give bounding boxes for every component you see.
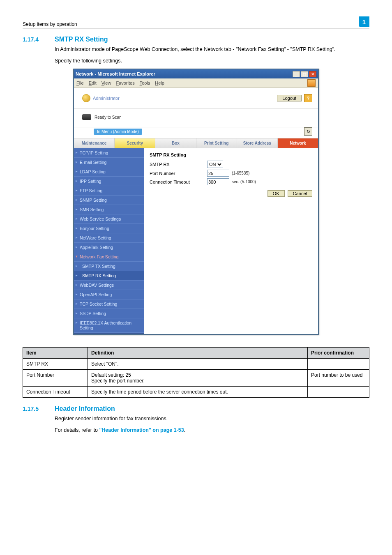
- window-titlebar: Network - Microsoft Internet Explorer _ …: [74, 69, 318, 78]
- section-paragraph: For details, refer to "Header Informatio…: [55, 426, 369, 434]
- sidebar-item[interactable]: SNMP Setting: [74, 196, 144, 205]
- tab-strip: Maintenance Security Box Print Setting S…: [74, 138, 318, 148]
- sidebar-item[interactable]: E-mail Setting: [74, 158, 144, 167]
- section-title: Header Information: [55, 405, 115, 412]
- table-row: Port Number Default setting: 25 Specify …: [23, 370, 369, 387]
- logout-button[interactable]: Logout: [277, 95, 302, 101]
- menu-item[interactable]: Favorites: [116, 81, 134, 85]
- table-cell: Port Number: [23, 370, 88, 387]
- table-cell: [308, 359, 369, 370]
- table-cell: Specify the time period before the serve…: [88, 387, 308, 398]
- port-input[interactable]: [207, 170, 229, 177]
- sidebar-item[interactable]: SSDP Setting: [74, 309, 144, 318]
- refresh-icon[interactable]: ↻: [304, 127, 312, 136]
- sidebar-item[interactable]: OpenAPI Setting: [74, 290, 144, 299]
- mode-banner: In Menu (Admin Mode): [94, 129, 142, 135]
- sidebar-item[interactable]: Web Service Settings: [74, 214, 144, 224]
- chapter-badge: 1: [359, 16, 369, 27]
- cancel-button[interactable]: Cancel: [288, 190, 312, 197]
- table-cell: SMTP RX: [23, 359, 88, 370]
- menu-item[interactable]: Help: [155, 81, 164, 85]
- minimize-icon[interactable]: _: [293, 71, 300, 77]
- table-row: SMTP RX Select "ON".: [23, 359, 369, 370]
- smtprx-select[interactable]: ON: [207, 161, 223, 168]
- sidebar-item[interactable]: TCP/IP Setting: [74, 148, 144, 158]
- tab-store-address[interactable]: Store Address: [237, 138, 278, 148]
- sidebar-item[interactable]: Bonjour Setting: [74, 224, 144, 233]
- menu-bar: File Edit View Favorites Tools Help: [74, 78, 318, 88]
- menu-item[interactable]: File: [76, 81, 84, 85]
- section-paragraph: In Administrator mode of PageScope Web C…: [55, 46, 369, 53]
- section-heading: 1.17.5 Header Information: [23, 405, 369, 412]
- sidebar-item[interactable]: WebDAV Settings: [74, 281, 144, 290]
- sidebar-item[interactable]: LDAP Setting: [74, 167, 144, 177]
- embedded-screenshot: Network - Microsoft Internet Explorer _ …: [73, 69, 319, 335]
- timeout-input[interactable]: [207, 178, 229, 185]
- section-number: 1.17.4: [23, 36, 47, 43]
- page-header: Setup items by operation 1: [23, 16, 369, 28]
- form-label: SMTP RX: [150, 162, 207, 167]
- admin-icon: [82, 94, 90, 102]
- form-label: Connection Timeout: [150, 180, 207, 184]
- cross-reference-link[interactable]: "Header Information" on page 1-53: [99, 427, 184, 433]
- sidebar-item[interactable]: NetWare Setting: [74, 233, 144, 243]
- sidebar-item[interactable]: IPP Setting: [74, 177, 144, 186]
- table-cell: Port number to be used: [308, 370, 369, 387]
- sidebar-item[interactable]: TCP Socket Setting: [74, 299, 144, 309]
- sidebar-subitem[interactable]: SMTP TX Setting: [74, 262, 144, 271]
- table-cell: [308, 387, 369, 398]
- form-label: Port Number: [150, 171, 207, 176]
- section-heading: 1.17.4 SMTP RX Setting: [23, 36, 369, 43]
- admin-label: Administrator: [93, 96, 120, 101]
- ie-logo-icon: [307, 79, 316, 87]
- form-hint: sec. (5-1000): [232, 180, 256, 184]
- menu-item[interactable]: Edit: [89, 81, 97, 85]
- table-header: Item: [23, 348, 88, 359]
- table-header: Definition: [88, 348, 308, 359]
- maximize-icon[interactable]: □: [301, 71, 308, 77]
- definition-table: Item Definition Prior confirmation SMTP …: [23, 347, 369, 398]
- menu-item[interactable]: View: [101, 81, 111, 85]
- section-paragraph: Register sender information for fax tran…: [55, 415, 369, 422]
- sidebar-item[interactable]: AppleTalk Setting: [74, 243, 144, 252]
- section-paragraph: Specify the following settings.: [55, 57, 369, 64]
- tab-network[interactable]: Network: [278, 138, 318, 148]
- table-row: Connection Timeout Specify the time peri…: [23, 387, 369, 398]
- sidebar-item[interactable]: Network Fax Setting: [74, 252, 144, 262]
- table-cell: Connection Timeout: [23, 387, 88, 398]
- section-title: SMTP RX Setting: [55, 36, 108, 43]
- form-hint: (1-65535): [232, 171, 249, 175]
- ok-button[interactable]: OK: [267, 190, 285, 197]
- text-span: .: [184, 427, 185, 433]
- sidebar-item[interactable]: IEEE802.1X Authentication Setting: [74, 318, 144, 333]
- table-header: Prior confirmation: [308, 348, 369, 359]
- section-number: 1.17.5: [23, 405, 47, 412]
- scanner-icon: [82, 114, 91, 120]
- text-span: For details, refer to: [55, 427, 99, 433]
- pane-title: SMTP RX Setting: [150, 152, 312, 157]
- sidebar-subitem[interactable]: SMTP RX Setting: [74, 271, 144, 281]
- sidebar-item[interactable]: FTP Setting: [74, 186, 144, 196]
- tab-security[interactable]: Security: [115, 138, 155, 148]
- sidebar: TCP/IP Setting E-mail Setting LDAP Setti…: [74, 148, 144, 334]
- close-icon[interactable]: ✕: [309, 71, 316, 77]
- table-cell: Select "ON".: [88, 359, 308, 370]
- status-text: Ready to Scan: [95, 115, 122, 120]
- tab-maintenance[interactable]: Maintenance: [74, 138, 115, 148]
- tab-box[interactable]: Box: [155, 138, 196, 148]
- header-breadcrumb: Setup items by operation: [23, 21, 77, 27]
- settings-pane: SMTP RX Setting SMTP RX ON Port Number (…: [144, 148, 318, 334]
- help-icon[interactable]: ?: [304, 94, 312, 102]
- menu-item[interactable]: Tools: [140, 81, 150, 85]
- table-cell: Default setting: 25 Specify the port num…: [88, 370, 308, 387]
- window-title: Network - Microsoft Internet Explorer: [76, 71, 155, 76]
- sidebar-item[interactable]: SMB Setting: [74, 205, 144, 214]
- tab-print-setting[interactable]: Print Setting: [196, 138, 237, 148]
